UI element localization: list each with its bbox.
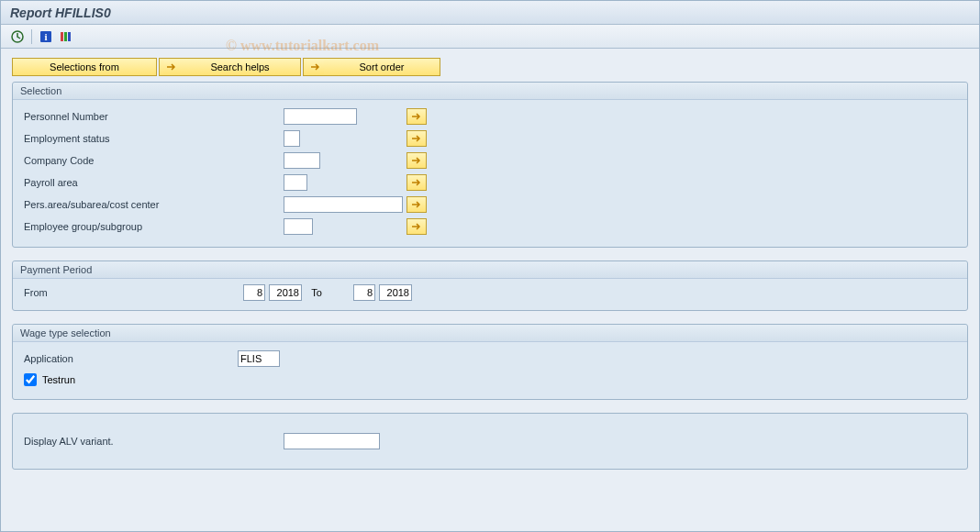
field-row-personnel-number: Personnel Number	[22, 105, 958, 127]
range-button[interactable]	[406, 130, 427, 147]
to-month-input[interactable]	[353, 284, 375, 301]
arrow-right-icon	[307, 60, 324, 74]
payroll-area-label: Payroll area	[22, 177, 284, 188]
alv-input[interactable]	[284, 433, 380, 449]
field-row-employee-group: Employee group/subgroup	[22, 216, 958, 238]
wage-type-title: Wage type selection	[13, 325, 967, 342]
range-button[interactable]	[406, 196, 427, 213]
svg-rect-5	[68, 32, 71, 41]
from-year-input[interactable]	[269, 284, 302, 301]
personnel-number-label: Personnel Number	[22, 111, 284, 122]
content-area: Selections from Search helps Sort order …	[1, 49, 979, 531]
field-row-payroll-area: Payroll area	[22, 172, 958, 194]
button-row: Selections from Search helps Sort order	[12, 58, 968, 76]
execute-icon[interactable]	[10, 29, 25, 44]
range-button[interactable]	[406, 218, 427, 235]
sort-order-label: Sort order	[331, 61, 432, 72]
to-year-input[interactable]	[379, 284, 412, 301]
employment-status-input[interactable]	[284, 130, 300, 147]
svg-rect-4	[64, 32, 67, 41]
to-label: To	[306, 287, 328, 298]
svg-text:i: i	[44, 31, 47, 42]
wage-type-group: Wage type selection Application Testrun	[12, 324, 968, 400]
search-helps-label: Search helps	[187, 61, 293, 72]
employment-status-label: Employment status	[22, 133, 284, 144]
application-input[interactable]	[238, 350, 280, 367]
company-code-label: Company Code	[22, 155, 284, 166]
range-button[interactable]	[406, 152, 427, 169]
selections-from-button[interactable]: Selections from	[12, 58, 157, 76]
info-icon[interactable]: i	[39, 29, 53, 44]
title-bar: Report HFILLIS0	[1, 1, 979, 25]
selections-from-label: Selections from	[50, 61, 119, 72]
toolbar-separator	[31, 29, 32, 44]
app-toolbar: i	[1, 25, 979, 49]
company-code-input[interactable]	[284, 152, 320, 169]
testrun-checkbox[interactable]	[24, 373, 37, 386]
employee-group-label: Employee group/subgroup	[22, 221, 284, 232]
page-title: Report HFILLIS0	[10, 6, 111, 20]
pers-area-input[interactable]	[284, 196, 403, 213]
selection-group-title: Selection	[13, 83, 967, 100]
field-row-company-code: Company Code	[22, 150, 958, 172]
alv-group: Display ALV variant.	[12, 413, 968, 470]
pers-area-label: Pers.area/subarea/cost center	[22, 199, 284, 210]
sort-order-button[interactable]: Sort order	[303, 58, 440, 76]
payment-period-group: Payment Period From To	[12, 260, 968, 311]
arrow-right-icon	[163, 60, 180, 74]
search-helps-button[interactable]: Search helps	[159, 58, 301, 76]
range-button[interactable]	[406, 108, 427, 125]
employee-group-input[interactable]	[284, 218, 313, 235]
svg-rect-3	[61, 32, 63, 41]
selection-group: Selection Personnel Number Employment st…	[12, 82, 968, 248]
from-month-input[interactable]	[243, 284, 265, 301]
alv-label: Display ALV variant.	[22, 436, 284, 447]
range-button[interactable]	[406, 174, 427, 191]
field-row-employment-status: Employment status	[22, 127, 958, 150]
application-label: Application	[22, 353, 238, 364]
payment-period-title: Payment Period	[13, 261, 967, 279]
payroll-area-input[interactable]	[284, 174, 307, 191]
field-row-pers-area: Pers.area/subarea/cost center	[22, 194, 958, 216]
color-bars-icon[interactable]	[59, 29, 73, 44]
testrun-label: Testrun	[42, 374, 75, 385]
from-label: From	[24, 287, 239, 298]
personnel-number-input[interactable]	[284, 108, 357, 125]
